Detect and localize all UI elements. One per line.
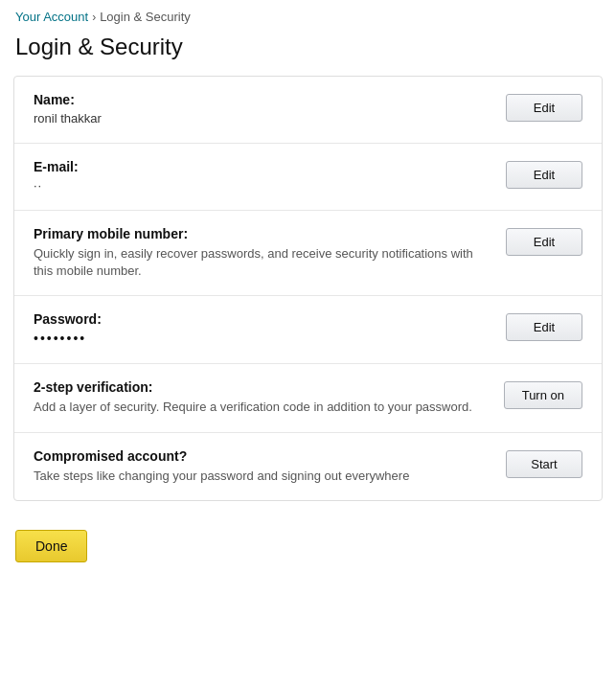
page-title: Login & Security bbox=[0, 30, 616, 76]
email-row: E-mail: ·· Edit bbox=[14, 144, 602, 211]
two-step-content: 2-step verification: Add a layer of secu… bbox=[34, 379, 504, 416]
email-edit-button[interactable]: Edit bbox=[506, 161, 582, 189]
compromised-start-button[interactable]: Start bbox=[506, 450, 582, 478]
password-row: Password: •••••••• Edit bbox=[14, 296, 602, 364]
two-step-row: 2-step verification: Add a layer of secu… bbox=[14, 364, 602, 432]
mobile-action: Edit bbox=[506, 226, 582, 256]
compromised-action: Start bbox=[506, 448, 582, 478]
mobile-description: Quickly sign in, easily recover password… bbox=[34, 245, 487, 280]
email-label: E-mail: bbox=[34, 159, 487, 174]
email-action: Edit bbox=[506, 159, 582, 189]
compromised-label: Compromised account? bbox=[34, 448, 487, 464]
password-label: Password: bbox=[34, 311, 487, 327]
breadcrumb-separator: › bbox=[92, 11, 96, 24]
name-value: ronil thakkar bbox=[34, 111, 487, 126]
mobile-content: Primary mobile number: Quickly sign in, … bbox=[34, 226, 506, 280]
two-step-label: 2-step verification: bbox=[34, 379, 485, 395]
two-step-action: Turn on bbox=[504, 379, 582, 409]
email-content: E-mail: ·· bbox=[34, 159, 506, 194]
two-step-description: Add a layer of security. Require a verif… bbox=[34, 399, 485, 416]
security-card: Name: ronil thakkar Edit E-mail: ·· Edit… bbox=[13, 76, 603, 501]
mobile-row: Primary mobile number: Quickly sign in, … bbox=[14, 211, 602, 296]
password-content: Password: •••••••• bbox=[34, 311, 506, 348]
email-value: ·· bbox=[34, 178, 487, 193]
done-button[interactable]: Done bbox=[15, 530, 87, 562]
password-action: Edit bbox=[506, 311, 582, 341]
name-action: Edit bbox=[506, 92, 582, 122]
password-value: •••••••• bbox=[34, 331, 487, 346]
breadcrumb-parent-link[interactable]: Your Account bbox=[15, 10, 88, 24]
two-step-turn-on-button[interactable]: Turn on bbox=[504, 381, 582, 409]
compromised-content: Compromised account? Take steps like cha… bbox=[34, 448, 506, 485]
breadcrumb-current: Login & Security bbox=[100, 10, 191, 24]
compromised-description: Take steps like changing your password a… bbox=[34, 468, 487, 485]
password-edit-button[interactable]: Edit bbox=[506, 313, 582, 341]
compromised-row: Compromised account? Take steps like cha… bbox=[14, 433, 602, 500]
name-row: Name: ronil thakkar Edit bbox=[14, 77, 602, 144]
name-edit-button[interactable]: Edit bbox=[506, 94, 582, 122]
mobile-label: Primary mobile number: bbox=[34, 226, 487, 241]
name-label: Name: bbox=[34, 92, 487, 107]
breadcrumb: Your Account › Login & Security bbox=[0, 0, 616, 30]
done-section: Done bbox=[0, 520, 616, 582]
name-content: Name: ronil thakkar bbox=[34, 92, 506, 127]
mobile-edit-button[interactable]: Edit bbox=[506, 228, 582, 256]
